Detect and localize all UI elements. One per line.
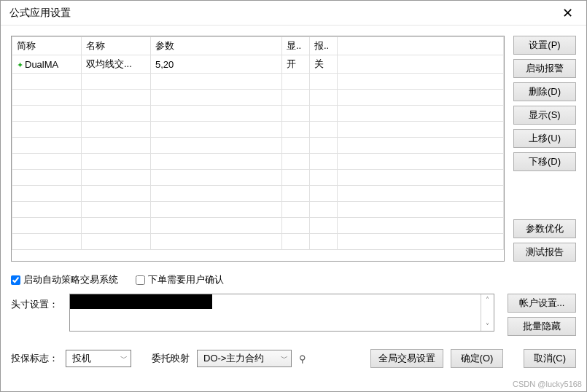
table-cell: 关 — [310, 55, 338, 74]
table-cell — [151, 218, 282, 234]
table-row[interactable] — [12, 170, 504, 186]
table-cell — [151, 234, 282, 250]
table-cell — [282, 234, 310, 250]
table-cell — [151, 74, 282, 90]
table-cell — [82, 138, 151, 154]
table-cell — [82, 170, 151, 186]
table-cell — [310, 154, 338, 170]
table-cell — [338, 122, 504, 138]
titlebar: 公式应用设置 ✕ — [1, 1, 586, 26]
table-cell — [310, 170, 338, 186]
table-row[interactable] — [12, 90, 504, 106]
table-cell — [12, 218, 82, 234]
table-cell — [82, 106, 151, 122]
table-row[interactable] — [12, 202, 504, 218]
table-cell — [82, 154, 151, 170]
table-row[interactable] — [12, 74, 504, 90]
auto-strategy-checkbox[interactable]: 启动自动策略交易系统 — [11, 273, 118, 286]
chevron-down-icon: ﹀ — [281, 353, 288, 364]
table-cell — [338, 218, 504, 234]
flag-label: 投保标志： — [11, 352, 58, 365]
position-redacted-block — [70, 294, 212, 309]
account-settings-button[interactable]: 帐户设置... — [508, 294, 576, 313]
table-cell — [151, 154, 282, 170]
col-header-alarm[interactable]: 报.. — [310, 37, 338, 55]
upper-section: 简称 名称 参数 显.. 报.. ✦DualMA双均线交...5,20开关 设置… — [11, 36, 576, 262]
batch-hide-button[interactable]: 批量隐藏 — [508, 317, 576, 336]
table-cell — [338, 154, 504, 170]
map-label: 委托映射 — [152, 352, 190, 365]
table-row[interactable] — [12, 234, 504, 250]
table-cell — [82, 90, 151, 106]
formula-icon: ✦ — [17, 60, 23, 69]
ok-button[interactable]: 确定(O) — [451, 349, 503, 368]
auto-strategy-input[interactable] — [11, 275, 20, 285]
table-cell — [310, 218, 338, 234]
table-row[interactable] — [12, 186, 504, 202]
table-cell — [338, 202, 504, 218]
test-report-button[interactable]: 测试报告 — [513, 243, 576, 262]
content-area: 简称 名称 参数 显.. 报.. ✦DualMA双均线交...5,20开关 设置… — [1, 26, 586, 380]
table-row[interactable] — [12, 138, 504, 154]
scroll-down-icon[interactable]: ˅ — [481, 321, 494, 331]
table-row[interactable] — [12, 154, 504, 170]
table-cell — [82, 186, 151, 202]
position-scrollbar[interactable]: ˄ ˅ — [481, 294, 494, 331]
confirm-order-checkbox[interactable]: 下单需要用户确认 — [136, 273, 224, 286]
map-combo[interactable]: DO->主力合约 ﹀ — [197, 350, 292, 367]
table-cell: 开 — [282, 55, 310, 74]
scroll-up-icon[interactable]: ˄ — [481, 294, 494, 305]
map-value: DO->主力合约 — [203, 352, 264, 365]
show-button[interactable]: 显示(S) — [513, 106, 576, 125]
col-header-name[interactable]: 名称 — [82, 37, 151, 55]
auto-strategy-label: 启动自动策略交易系统 — [23, 273, 118, 286]
position-inner — [70, 294, 481, 331]
col-header-display[interactable]: 显.. — [282, 37, 310, 55]
position-wrap: ˄ ˅ 帐户设置... 批量隐藏 — [69, 294, 576, 336]
table-cell — [338, 55, 504, 74]
window-title: 公式应用设置 — [9, 7, 558, 20]
table-row[interactable] — [12, 218, 504, 234]
table-cell — [338, 90, 504, 106]
pin-icon[interactable]: ⚲ — [299, 353, 306, 364]
flag-combo[interactable]: 投机 ﹀ — [66, 350, 131, 367]
settings-button[interactable]: 设置(P) — [513, 36, 576, 55]
confirm-order-input[interactable] — [136, 275, 145, 285]
param-optimize-button[interactable]: 参数优化 — [513, 219, 576, 238]
table-cell — [151, 106, 282, 122]
delete-button[interactable]: 删除(D) — [513, 82, 576, 101]
table-row[interactable]: ✦DualMA双均线交...5,20开关 — [12, 55, 504, 74]
table-cell — [338, 186, 504, 202]
table-cell — [310, 74, 338, 90]
table-cell — [310, 202, 338, 218]
cancel-button[interactable]: 取消(C) — [524, 349, 576, 368]
col-header-abbr[interactable]: 简称 — [12, 37, 82, 55]
table-cell: ✦DualMA — [12, 55, 82, 74]
position-box[interactable]: ˄ ˅ — [69, 294, 494, 332]
move-down-button[interactable]: 下移(D) — [513, 152, 576, 171]
table-row[interactable] — [12, 106, 504, 122]
table-cell — [282, 74, 310, 90]
table-row[interactable] — [12, 122, 504, 138]
side-button-column: 设置(P) 启动报警 删除(D) 显示(S) 上移(U) 下移(D) 参数优化 … — [513, 36, 576, 262]
watermark: CSDN @lucky5168 — [1, 380, 586, 391]
bottom-row: 投保标志： 投机 ﹀ 委托映射 DO->主力合约 ﹀ ⚲ 全局交易设置 确定(O… — [11, 349, 576, 368]
table-cell — [82, 218, 151, 234]
table-cell — [310, 138, 338, 154]
table-cell — [12, 234, 82, 250]
table-cell — [310, 186, 338, 202]
table-cell: 双均线交... — [82, 55, 151, 74]
table-cell — [310, 122, 338, 138]
table-cell — [82, 122, 151, 138]
table-cell — [338, 170, 504, 186]
move-up-button[interactable]: 上移(U) — [513, 129, 576, 148]
start-alarm-button[interactable]: 启动报警 — [513, 59, 576, 78]
table-cell — [282, 186, 310, 202]
flag-value: 投机 — [72, 352, 91, 365]
table-cell — [282, 122, 310, 138]
close-icon[interactable]: ✕ — [558, 5, 578, 21]
table-cell: 5,20 — [151, 55, 282, 74]
position-buttons: 帐户设置... 批量隐藏 — [508, 294, 576, 336]
global-settings-button[interactable]: 全局交易设置 — [370, 349, 443, 368]
col-header-param[interactable]: 参数 — [151, 37, 282, 55]
